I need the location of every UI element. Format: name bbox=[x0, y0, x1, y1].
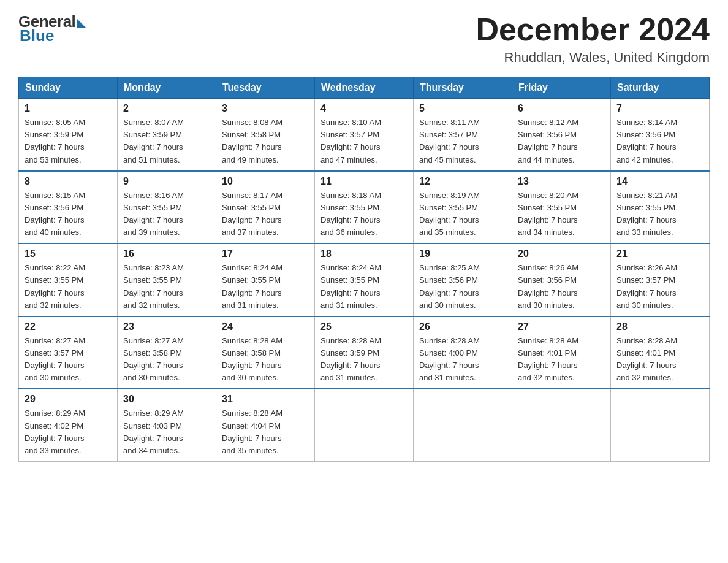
table-row: 20 Sunrise: 8:26 AMSunset: 3:56 PMDaylig… bbox=[512, 243, 611, 316]
calendar-table: Sunday Monday Tuesday Wednesday Thursday… bbox=[18, 77, 710, 462]
day-info: Sunrise: 8:25 AMSunset: 3:56 PMDaylight:… bbox=[419, 262, 506, 312]
day-number: 12 bbox=[419, 176, 506, 187]
day-number: 28 bbox=[616, 321, 703, 332]
day-number: 5 bbox=[419, 103, 506, 114]
table-row: 22 Sunrise: 8:27 AMSunset: 3:57 PMDaylig… bbox=[19, 316, 118, 389]
location-text: Rhuddlan, Wales, United Kingdom bbox=[476, 50, 710, 66]
day-number: 22 bbox=[25, 321, 112, 332]
table-row: 27 Sunrise: 8:28 AMSunset: 4:01 PMDaylig… bbox=[512, 316, 611, 389]
table-row: 8 Sunrise: 8:15 AMSunset: 3:56 PMDayligh… bbox=[19, 171, 118, 244]
day-info: Sunrise: 8:28 AMSunset: 4:04 PMDaylight:… bbox=[222, 407, 309, 457]
table-row bbox=[611, 389, 710, 461]
col-saturday: Saturday bbox=[611, 77, 710, 99]
table-row: 19 Sunrise: 8:25 AMSunset: 3:56 PMDaylig… bbox=[414, 243, 512, 316]
day-number: 8 bbox=[25, 176, 112, 187]
col-sunday: Sunday bbox=[19, 77, 118, 99]
calendar-week-row: 8 Sunrise: 8:15 AMSunset: 3:56 PMDayligh… bbox=[19, 171, 710, 244]
col-thursday: Thursday bbox=[414, 77, 512, 99]
day-number: 21 bbox=[616, 248, 703, 259]
table-row: 13 Sunrise: 8:20 AMSunset: 3:55 PMDaylig… bbox=[512, 171, 611, 244]
day-number: 2 bbox=[123, 103, 210, 114]
day-number: 7 bbox=[616, 103, 703, 114]
day-info: Sunrise: 8:29 AMSunset: 4:02 PMDaylight:… bbox=[25, 407, 112, 457]
day-number: 30 bbox=[123, 394, 210, 405]
day-info: Sunrise: 8:07 AMSunset: 3:59 PMDaylight:… bbox=[123, 117, 210, 166]
day-number: 9 bbox=[123, 176, 210, 187]
day-number: 29 bbox=[25, 394, 112, 405]
day-number: 13 bbox=[518, 176, 605, 187]
day-number: 24 bbox=[222, 321, 309, 332]
table-row: 11 Sunrise: 8:18 AMSunset: 3:55 PMDaylig… bbox=[315, 171, 414, 244]
day-info: Sunrise: 8:15 AMSunset: 3:56 PMDaylight:… bbox=[25, 190, 112, 239]
day-info: Sunrise: 8:18 AMSunset: 3:55 PMDaylight:… bbox=[320, 190, 408, 239]
logo-blue-text: Blue bbox=[20, 26, 54, 45]
day-number: 31 bbox=[222, 394, 309, 405]
logo-arrow-icon bbox=[77, 19, 86, 28]
day-info: Sunrise: 8:28 AMSunset: 4:00 PMDaylight:… bbox=[419, 335, 506, 385]
calendar-week-row: 29 Sunrise: 8:29 AMSunset: 4:02 PMDaylig… bbox=[19, 389, 710, 461]
table-row: 25 Sunrise: 8:28 AMSunset: 3:59 PMDaylig… bbox=[315, 316, 414, 389]
table-row: 2 Sunrise: 8:07 AMSunset: 3:59 PMDayligh… bbox=[118, 99, 216, 171]
day-number: 20 bbox=[518, 248, 605, 259]
day-info: Sunrise: 8:12 AMSunset: 3:56 PMDaylight:… bbox=[518, 117, 605, 166]
col-monday: Monday bbox=[118, 77, 216, 99]
day-number: 14 bbox=[616, 176, 703, 187]
day-number: 23 bbox=[123, 321, 210, 332]
day-info: Sunrise: 8:28 AMSunset: 3:58 PMDaylight:… bbox=[222, 335, 309, 385]
day-info: Sunrise: 8:28 AMSunset: 4:01 PMDaylight:… bbox=[616, 335, 703, 385]
day-info: Sunrise: 8:05 AMSunset: 3:59 PMDaylight:… bbox=[25, 117, 112, 166]
day-number: 3 bbox=[222, 103, 309, 114]
day-number: 16 bbox=[123, 248, 210, 259]
day-info: Sunrise: 8:24 AMSunset: 3:55 PMDaylight:… bbox=[222, 262, 309, 312]
col-wednesday: Wednesday bbox=[315, 77, 414, 99]
day-info: Sunrise: 8:20 AMSunset: 3:55 PMDaylight:… bbox=[518, 190, 605, 239]
day-number: 26 bbox=[419, 321, 506, 332]
calendar-week-row: 1 Sunrise: 8:05 AMSunset: 3:59 PMDayligh… bbox=[19, 99, 710, 171]
col-friday: Friday bbox=[512, 77, 611, 99]
table-row: 10 Sunrise: 8:17 AMSunset: 3:55 PMDaylig… bbox=[216, 171, 315, 244]
table-row: 1 Sunrise: 8:05 AMSunset: 3:59 PMDayligh… bbox=[19, 99, 118, 171]
table-row: 5 Sunrise: 8:11 AMSunset: 3:57 PMDayligh… bbox=[414, 99, 512, 171]
page-header: General Blue December 2024 Rhuddlan, Wal… bbox=[18, 12, 710, 66]
table-row: 15 Sunrise: 8:22 AMSunset: 3:55 PMDaylig… bbox=[19, 243, 118, 316]
table-row: 6 Sunrise: 8:12 AMSunset: 3:56 PMDayligh… bbox=[512, 99, 611, 171]
day-info: Sunrise: 8:29 AMSunset: 4:03 PMDaylight:… bbox=[123, 407, 210, 457]
table-row bbox=[315, 389, 414, 461]
day-number: 10 bbox=[222, 176, 309, 187]
calendar-week-row: 15 Sunrise: 8:22 AMSunset: 3:55 PMDaylig… bbox=[19, 243, 710, 316]
table-row: 29 Sunrise: 8:29 AMSunset: 4:02 PMDaylig… bbox=[19, 389, 118, 461]
table-row: 31 Sunrise: 8:28 AMSunset: 4:04 PMDaylig… bbox=[216, 389, 315, 461]
table-row: 26 Sunrise: 8:28 AMSunset: 4:00 PMDaylig… bbox=[414, 316, 512, 389]
day-info: Sunrise: 8:22 AMSunset: 3:55 PMDaylight:… bbox=[25, 262, 112, 312]
day-number: 6 bbox=[518, 103, 605, 114]
day-info: Sunrise: 8:11 AMSunset: 3:57 PMDaylight:… bbox=[419, 117, 506, 166]
day-info: Sunrise: 8:26 AMSunset: 3:57 PMDaylight:… bbox=[616, 262, 703, 312]
title-block: December 2024 Rhuddlan, Wales, United Ki… bbox=[476, 12, 710, 66]
table-row: 30 Sunrise: 8:29 AMSunset: 4:03 PMDaylig… bbox=[118, 389, 216, 461]
calendar-week-row: 22 Sunrise: 8:27 AMSunset: 3:57 PMDaylig… bbox=[19, 316, 710, 389]
month-title: December 2024 bbox=[476, 12, 710, 47]
table-row: 24 Sunrise: 8:28 AMSunset: 3:58 PMDaylig… bbox=[216, 316, 315, 389]
table-row: 9 Sunrise: 8:16 AMSunset: 3:55 PMDayligh… bbox=[118, 171, 216, 244]
day-info: Sunrise: 8:28 AMSunset: 3:59 PMDaylight:… bbox=[320, 335, 408, 385]
table-row bbox=[512, 389, 611, 461]
day-info: Sunrise: 8:21 AMSunset: 3:55 PMDaylight:… bbox=[616, 190, 703, 239]
day-number: 11 bbox=[320, 176, 408, 187]
calendar-header-row: Sunday Monday Tuesday Wednesday Thursday… bbox=[19, 77, 710, 99]
day-number: 15 bbox=[25, 248, 112, 259]
day-number: 17 bbox=[222, 248, 309, 259]
day-info: Sunrise: 8:24 AMSunset: 3:55 PMDaylight:… bbox=[320, 262, 408, 312]
table-row: 4 Sunrise: 8:10 AMSunset: 3:57 PMDayligh… bbox=[315, 99, 414, 171]
table-row: 28 Sunrise: 8:28 AMSunset: 4:01 PMDaylig… bbox=[611, 316, 710, 389]
table-row: 14 Sunrise: 8:21 AMSunset: 3:55 PMDaylig… bbox=[611, 171, 710, 244]
table-row: 18 Sunrise: 8:24 AMSunset: 3:55 PMDaylig… bbox=[315, 243, 414, 316]
day-number: 1 bbox=[25, 103, 112, 114]
day-info: Sunrise: 8:16 AMSunset: 3:55 PMDaylight:… bbox=[123, 190, 210, 239]
table-row: 16 Sunrise: 8:23 AMSunset: 3:55 PMDaylig… bbox=[118, 243, 216, 316]
day-info: Sunrise: 8:27 AMSunset: 3:57 PMDaylight:… bbox=[25, 335, 112, 385]
day-number: 18 bbox=[320, 248, 408, 259]
table-row: 21 Sunrise: 8:26 AMSunset: 3:57 PMDaylig… bbox=[611, 243, 710, 316]
table-row: 23 Sunrise: 8:27 AMSunset: 3:58 PMDaylig… bbox=[118, 316, 216, 389]
col-tuesday: Tuesday bbox=[216, 77, 315, 99]
day-info: Sunrise: 8:10 AMSunset: 3:57 PMDaylight:… bbox=[320, 117, 408, 166]
